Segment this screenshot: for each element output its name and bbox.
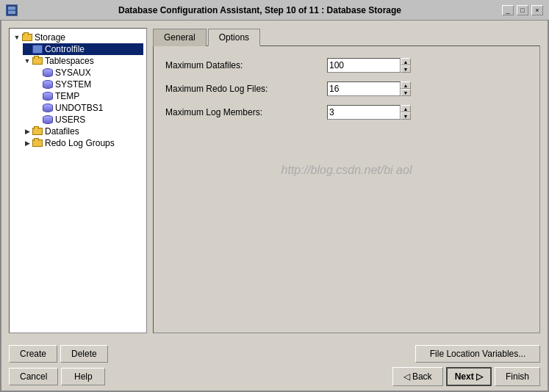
minimize-button[interactable]: _ [502,5,514,15]
input-max-redo-log-files[interactable] [327,81,401,96]
svg-rect-2 [8,11,15,14]
tree-node-users[interactable]: USERS [33,114,143,126]
tree-label-tablespaces: Tablespaces [45,56,94,66]
input-wrap-max-redo-log-files: ▲ ▼ [327,81,411,96]
next-button[interactable]: Next ▷ [446,367,492,386]
maximize-button[interactable]: □ [517,5,528,15]
folder-icon-storage [21,32,33,43]
tree-node-controlfile[interactable]: Controlfile [23,43,143,55]
file-icon-controlfile [32,44,43,54]
create-delete-group: Create Delete [9,345,108,363]
tree-label-temp: TEMP [55,91,79,101]
tree-label-redologgroups: Redo Log Groups [45,138,115,148]
spin-down-max-log-members[interactable]: ▼ [401,112,411,120]
label-max-log-members: Maximum Log Members: [165,107,327,117]
tree-label-system: SYSTEM [55,79,91,90]
input-max-datafiles[interactable] [327,58,401,73]
file-location-variables-button[interactable]: File Location Variables... [415,345,540,363]
tree-node-redologgroups[interactable]: ▶ Redo Log Groups [23,137,143,149]
tree-label-controlfile: Controlfile [45,44,85,54]
tree-node-storage[interactable]: ▼ Storage [12,32,143,43]
title-bar: Database Configuration Assistant, Step 1… [0,0,549,21]
expand-icon-cf [23,45,32,54]
tree-node-undotbs1[interactable]: UNDOTBS1 [33,102,143,114]
tab-bar: General Options [153,28,540,46]
expand-icon-temp [33,92,42,101]
back-arrow-icon: ◁ [403,371,412,382]
bottom-row-1: Create Delete File Location Variables... [9,345,540,363]
tree-node-temp[interactable]: TEMP [33,90,143,102]
spinner-max-redo-log-files: ▲ ▼ [401,81,411,96]
finish-button[interactable]: Finish [495,367,540,386]
cylinder-icon-users [42,115,54,125]
watermark: http://blog.csdn.net/bi aol [165,164,528,177]
cylinder-icon-sysaux [42,68,54,78]
cylinder-icon-temp [42,91,54,101]
expand-icon-users [33,115,42,124]
tree-panel: ▼ Storage Controlfile ▼ Tab [9,28,147,333]
tab-content-options: Maximum Datafiles: ▲ ▼ Maximum Redo Log … [153,46,540,333]
input-max-log-members[interactable] [327,105,401,120]
tab-options[interactable]: Options [208,29,260,46]
expand-icon-df: ▶ [23,127,32,136]
delete-button[interactable]: Delete [60,345,108,363]
tree-node-datafiles[interactable]: ▶ Datafiles [23,126,143,137]
label-max-datafiles: Maximum Datafiles: [165,60,327,70]
form-row-max-redo-log-files: Maximum Redo Log Files: ▲ ▼ [165,81,528,96]
input-wrap-max-datafiles: ▲ ▼ [327,58,411,73]
close-button[interactable]: × [531,5,543,15]
spin-down-max-redo-log-files[interactable]: ▼ [401,89,411,96]
cancel-button[interactable]: Cancel [9,368,58,385]
expand-icon: ▼ [12,33,21,42]
spin-up-max-redo-log-files[interactable]: ▲ [401,81,411,89]
cancel-help-group: Cancel Help [9,368,105,385]
label-max-redo-log-files: Maximum Redo Log Files: [165,84,327,94]
expand-icon-ts: ▼ [23,57,32,65]
tree-node-tablespaces[interactable]: ▼ Tablespaces [23,55,143,67]
spin-up-max-log-members[interactable]: ▲ [401,105,411,112]
form-row-max-log-members: Maximum Log Members: ▲ ▼ [165,105,528,120]
next-arrow-icon: ▷ [474,371,483,382]
nav-button-group: ◁ Back Next ▷ Finish [392,367,540,386]
folder-icon-redologgroups [32,138,43,148]
tree-label-undotbs1: UNDOTBS1 [55,103,103,113]
right-panel: General Options Maximum Datafiles: ▲ ▼ [153,28,540,333]
folder-icon-datafiles [32,126,43,137]
form-row-max-datafiles: Maximum Datafiles: ▲ ▼ [165,58,528,73]
tree-label-users: USERS [55,115,85,125]
cylinder-icon-system [42,79,54,90]
expand-icon-rlg: ▶ [23,139,32,148]
create-button[interactable]: Create [9,345,57,363]
expand-icon-undotbs1 [33,104,42,112]
content-area: ▼ Storage Controlfile ▼ Tab [1,21,548,341]
spin-up-max-datafiles[interactable]: ▲ [401,58,411,65]
cylinder-icon-undotbs1 [42,103,54,113]
spinner-max-datafiles: ▲ ▼ [401,58,411,73]
tree-node-system[interactable]: SYSTEM [33,79,143,90]
spinner-max-log-members: ▲ ▼ [401,105,411,120]
tree-node-sysaux[interactable]: SYSAUX [33,67,143,79]
folder-icon-tablespaces [32,56,43,66]
expand-icon-system [33,80,42,89]
back-button[interactable]: ◁ Back [392,367,443,386]
app-icon [6,4,18,16]
spin-down-max-datafiles[interactable]: ▼ [401,65,411,73]
bottom-row-2: Cancel Help ◁ Back Next ▷ Finish [9,367,540,386]
main-window: ▼ Storage Controlfile ▼ Tab [0,21,549,392]
tree-label-sysaux: SYSAUX [55,68,91,78]
help-button[interactable]: Help [61,368,105,385]
expand-icon-sysaux [33,68,42,77]
bottom-area: Create Delete File Location Variables...… [1,341,548,391]
tree-label-storage: Storage [35,32,65,43]
window-title: Database Configuration Assistant, Step 1… [22,5,498,15]
tree-label-datafiles: Datafiles [45,126,79,137]
window-controls: _ □ × [502,5,543,15]
svg-rect-1 [8,7,15,10]
input-wrap-max-log-members: ▲ ▼ [327,105,411,120]
tab-general[interactable]: General [153,29,207,46]
